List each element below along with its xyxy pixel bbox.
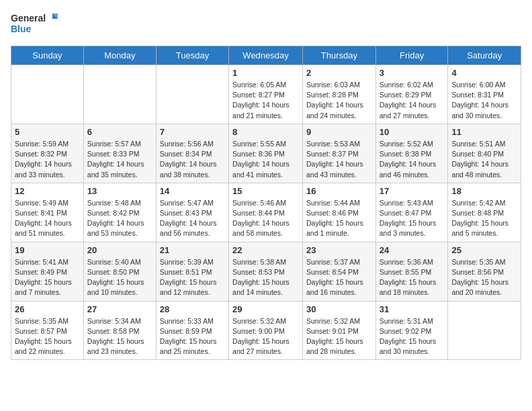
day-info: Sunrise: 5:55 AMSunset: 8:36 PMDaylight:… bbox=[232, 139, 299, 180]
weekday-header-monday: Monday bbox=[83, 46, 156, 65]
day-info: Sunrise: 5:53 AMSunset: 8:37 PMDaylight:… bbox=[306, 139, 372, 180]
day-cell: 14Sunrise: 5:47 AMSunset: 8:43 PMDayligh… bbox=[156, 183, 228, 242]
day-number: 15 bbox=[232, 186, 299, 196]
day-cell: 15Sunrise: 5:46 AMSunset: 8:44 PMDayligh… bbox=[229, 183, 303, 242]
day-number: 7 bbox=[160, 127, 225, 137]
day-cell: 11Sunrise: 5:51 AMSunset: 8:40 PMDayligh… bbox=[448, 124, 521, 183]
day-cell: 18Sunrise: 5:42 AMSunset: 8:48 PMDayligh… bbox=[448, 183, 521, 242]
day-number: 28 bbox=[160, 304, 225, 314]
day-number: 30 bbox=[306, 304, 372, 314]
day-info: Sunrise: 5:32 AMSunset: 9:01 PMDaylight:… bbox=[306, 316, 372, 357]
day-number: 19 bbox=[15, 245, 80, 255]
day-number: 16 bbox=[306, 186, 372, 196]
day-info: Sunrise: 5:42 AMSunset: 8:48 PMDaylight:… bbox=[451, 198, 517, 239]
day-info: Sunrise: 5:31 AMSunset: 9:02 PMDaylight:… bbox=[380, 316, 445, 357]
day-info: Sunrise: 5:39 AMSunset: 8:51 PMDaylight:… bbox=[160, 257, 225, 298]
day-number: 26 bbox=[15, 304, 80, 314]
day-cell: 1Sunrise: 6:05 AMSunset: 8:27 PMDaylight… bbox=[229, 65, 303, 124]
day-number: 23 bbox=[306, 245, 372, 255]
page-header: General Blue bbox=[11, 11, 521, 38]
day-info: Sunrise: 5:36 AMSunset: 8:55 PMDaylight:… bbox=[380, 257, 445, 298]
day-cell: 24Sunrise: 5:36 AMSunset: 8:55 PMDayligh… bbox=[375, 242, 448, 301]
day-info: Sunrise: 5:34 AMSunset: 8:58 PMDaylight:… bbox=[87, 316, 152, 357]
day-info: Sunrise: 5:43 AMSunset: 8:47 PMDaylight:… bbox=[380, 198, 445, 239]
day-cell: 17Sunrise: 5:43 AMSunset: 8:47 PMDayligh… bbox=[375, 183, 448, 242]
day-cell: 25Sunrise: 5:35 AMSunset: 8:56 PMDayligh… bbox=[448, 242, 521, 301]
day-cell: 6Sunrise: 5:57 AMSunset: 8:33 PMDaylight… bbox=[83, 124, 156, 183]
day-info: Sunrise: 5:33 AMSunset: 8:59 PMDaylight:… bbox=[160, 316, 225, 357]
day-number: 18 bbox=[451, 186, 517, 196]
weekday-header-sunday: Sunday bbox=[11, 46, 84, 65]
day-cell bbox=[156, 65, 228, 124]
day-info: Sunrise: 5:57 AMSunset: 8:33 PMDaylight:… bbox=[87, 139, 152, 180]
weekday-header-thursday: Thursday bbox=[303, 46, 376, 65]
day-info: Sunrise: 5:51 AMSunset: 8:40 PMDaylight:… bbox=[451, 139, 517, 180]
day-cell: 31Sunrise: 5:31 AMSunset: 9:02 PMDayligh… bbox=[375, 301, 448, 360]
day-number: 29 bbox=[232, 304, 299, 314]
day-info: Sunrise: 5:38 AMSunset: 8:53 PMDaylight:… bbox=[232, 257, 299, 298]
day-cell: 7Sunrise: 5:56 AMSunset: 8:34 PMDaylight… bbox=[156, 124, 228, 183]
day-cell: 13Sunrise: 5:48 AMSunset: 8:42 PMDayligh… bbox=[83, 183, 156, 242]
day-cell: 8Sunrise: 5:55 AMSunset: 8:36 PMDaylight… bbox=[229, 124, 303, 183]
day-info: Sunrise: 6:00 AMSunset: 8:31 PMDaylight:… bbox=[451, 80, 517, 121]
day-info: Sunrise: 5:59 AMSunset: 8:32 PMDaylight:… bbox=[15, 139, 80, 180]
day-info: Sunrise: 5:52 AMSunset: 8:38 PMDaylight:… bbox=[380, 139, 445, 180]
weekday-header-row: SundayMondayTuesdayWednesdayThursdayFrid… bbox=[11, 46, 521, 65]
day-info: Sunrise: 5:35 AMSunset: 8:57 PMDaylight:… bbox=[15, 316, 80, 357]
svg-text:General: General bbox=[11, 13, 46, 24]
day-cell: 16Sunrise: 5:44 AMSunset: 8:46 PMDayligh… bbox=[303, 183, 376, 242]
day-number: 24 bbox=[380, 245, 445, 255]
day-number: 22 bbox=[232, 245, 299, 255]
day-number: 31 bbox=[380, 304, 445, 314]
week-row-4: 19Sunrise: 5:41 AMSunset: 8:49 PMDayligh… bbox=[11, 242, 521, 301]
weekday-header-wednesday: Wednesday bbox=[229, 46, 303, 65]
day-info: Sunrise: 5:35 AMSunset: 8:56 PMDaylight:… bbox=[451, 257, 517, 298]
logo: General Blue bbox=[11, 11, 58, 38]
day-number: 14 bbox=[160, 186, 225, 196]
weekday-header-saturday: Saturday bbox=[448, 46, 521, 65]
week-row-3: 12Sunrise: 5:49 AMSunset: 8:41 PMDayligh… bbox=[11, 183, 521, 242]
day-cell bbox=[11, 65, 84, 124]
day-cell: 4Sunrise: 6:00 AMSunset: 8:31 PMDaylight… bbox=[448, 65, 521, 124]
day-cell: 3Sunrise: 6:02 AMSunset: 8:29 PMDaylight… bbox=[375, 65, 448, 124]
day-number: 4 bbox=[451, 68, 517, 78]
day-info: Sunrise: 5:56 AMSunset: 8:34 PMDaylight:… bbox=[160, 139, 225, 180]
day-info: Sunrise: 5:37 AMSunset: 8:54 PMDaylight:… bbox=[306, 257, 372, 298]
day-number: 6 bbox=[87, 127, 152, 137]
day-number: 3 bbox=[380, 68, 445, 78]
day-number: 5 bbox=[15, 127, 80, 137]
day-info: Sunrise: 6:05 AMSunset: 8:27 PMDaylight:… bbox=[232, 80, 299, 121]
weekday-header-friday: Friday bbox=[375, 46, 448, 65]
svg-text:Blue: Blue bbox=[11, 24, 32, 34]
day-number: 9 bbox=[306, 127, 372, 137]
day-number: 2 bbox=[306, 68, 372, 78]
day-info: Sunrise: 6:02 AMSunset: 8:29 PMDaylight:… bbox=[380, 80, 445, 121]
day-cell: 5Sunrise: 5:59 AMSunset: 8:32 PMDaylight… bbox=[11, 124, 84, 183]
day-number: 12 bbox=[15, 186, 80, 196]
day-number: 17 bbox=[380, 186, 445, 196]
day-info: Sunrise: 5:32 AMSunset: 9:00 PMDaylight:… bbox=[232, 316, 299, 357]
weekday-header-tuesday: Tuesday bbox=[156, 46, 228, 65]
day-cell: 20Sunrise: 5:40 AMSunset: 8:50 PMDayligh… bbox=[83, 242, 156, 301]
day-cell: 2Sunrise: 6:03 AMSunset: 8:28 PMDaylight… bbox=[303, 65, 376, 124]
day-number: 10 bbox=[380, 127, 445, 137]
day-cell bbox=[83, 65, 156, 124]
day-info: Sunrise: 5:44 AMSunset: 8:46 PMDaylight:… bbox=[306, 198, 372, 239]
day-cell: 12Sunrise: 5:49 AMSunset: 8:41 PMDayligh… bbox=[11, 183, 84, 242]
day-cell: 28Sunrise: 5:33 AMSunset: 8:59 PMDayligh… bbox=[156, 301, 228, 360]
day-cell bbox=[448, 301, 521, 360]
day-number: 27 bbox=[87, 304, 152, 314]
day-cell: 23Sunrise: 5:37 AMSunset: 8:54 PMDayligh… bbox=[303, 242, 376, 301]
week-row-5: 26Sunrise: 5:35 AMSunset: 8:57 PMDayligh… bbox=[11, 301, 521, 360]
day-cell: 10Sunrise: 5:52 AMSunset: 8:38 PMDayligh… bbox=[375, 124, 448, 183]
day-cell: 19Sunrise: 5:41 AMSunset: 8:49 PMDayligh… bbox=[11, 242, 84, 301]
day-cell: 29Sunrise: 5:32 AMSunset: 9:00 PMDayligh… bbox=[229, 301, 303, 360]
day-number: 1 bbox=[232, 68, 299, 78]
day-number: 25 bbox=[451, 245, 517, 255]
day-info: Sunrise: 5:40 AMSunset: 8:50 PMDaylight:… bbox=[87, 257, 152, 298]
day-cell: 26Sunrise: 5:35 AMSunset: 8:57 PMDayligh… bbox=[11, 301, 84, 360]
day-number: 21 bbox=[160, 245, 225, 255]
day-info: Sunrise: 6:03 AMSunset: 8:28 PMDaylight:… bbox=[306, 80, 372, 121]
day-number: 8 bbox=[232, 127, 299, 137]
day-number: 13 bbox=[87, 186, 152, 196]
